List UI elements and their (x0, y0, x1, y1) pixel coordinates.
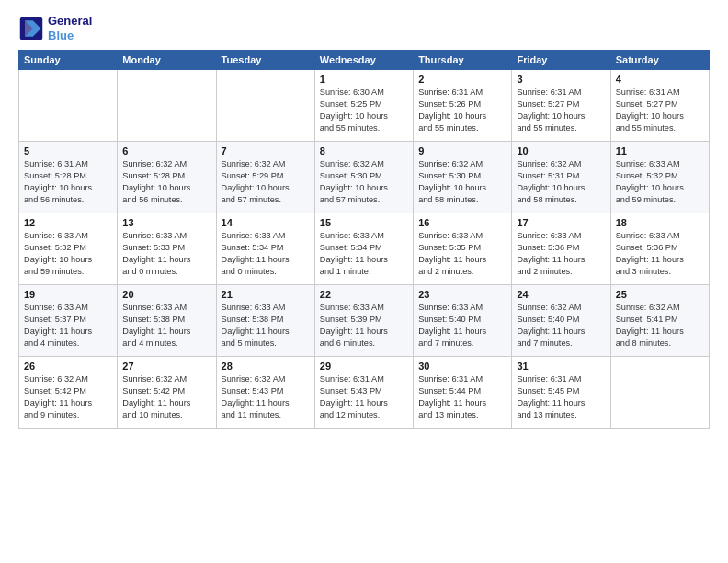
day-header-thursday: Thursday (414, 51, 512, 70)
calendar-cell: 21Sunrise: 6:33 AM Sunset: 5:38 PM Dayli… (216, 285, 314, 357)
day-number: 13 (122, 217, 210, 228)
day-number: 17 (517, 217, 605, 228)
day-header-monday: Monday (118, 51, 216, 70)
page: General Blue SundayMondayTuesdayWednesda… (0, 0, 728, 563)
day-number: 26 (24, 361, 112, 372)
day-number: 31 (517, 361, 605, 372)
calendar-cell: 27Sunrise: 6:32 AM Sunset: 5:42 PM Dayli… (118, 357, 216, 429)
day-info: Sunrise: 6:33 AM Sunset: 5:38 PM Dayligh… (122, 302, 210, 350)
day-info: Sunrise: 6:31 AM Sunset: 5:26 PM Dayligh… (418, 86, 506, 134)
week-row-3: 12Sunrise: 6:33 AM Sunset: 5:32 PM Dayli… (19, 213, 710, 285)
week-row-1: 1Sunrise: 6:30 AM Sunset: 5:25 PM Daylig… (19, 70, 710, 142)
calendar-cell: 22Sunrise: 6:33 AM Sunset: 5:39 PM Dayli… (314, 285, 413, 357)
day-info: Sunrise: 6:32 AM Sunset: 5:42 PM Dayligh… (122, 373, 210, 421)
day-info: Sunrise: 6:31 AM Sunset: 5:45 PM Dayligh… (517, 373, 605, 421)
day-info: Sunrise: 6:33 AM Sunset: 5:40 PM Dayligh… (418, 302, 506, 350)
calendar-cell: 5Sunrise: 6:31 AM Sunset: 5:28 PM Daylig… (19, 142, 118, 213)
week-row-4: 19Sunrise: 6:33 AM Sunset: 5:37 PM Dayli… (19, 285, 710, 357)
day-info: Sunrise: 6:32 AM Sunset: 5:42 PM Dayligh… (24, 373, 112, 421)
day-info: Sunrise: 6:33 AM Sunset: 5:36 PM Dayligh… (517, 230, 605, 278)
calendar-cell: 11Sunrise: 6:33 AM Sunset: 5:32 PM Dayli… (610, 142, 709, 213)
calendar-cell: 9Sunrise: 6:32 AM Sunset: 5:30 PM Daylig… (414, 142, 512, 213)
header: General Blue (18, 14, 710, 42)
day-info: Sunrise: 6:33 AM Sunset: 5:34 PM Dayligh… (320, 230, 408, 278)
day-info: Sunrise: 6:31 AM Sunset: 5:43 PM Dayligh… (320, 373, 408, 421)
day-info: Sunrise: 6:33 AM Sunset: 5:38 PM Dayligh… (222, 302, 310, 350)
day-info: Sunrise: 6:33 AM Sunset: 5:37 PM Dayligh… (24, 302, 112, 350)
day-info: Sunrise: 6:33 AM Sunset: 5:35 PM Dayligh… (418, 230, 506, 278)
logo-icon (18, 16, 44, 41)
calendar-cell: 30Sunrise: 6:31 AM Sunset: 5:44 PM Dayli… (414, 357, 512, 429)
calendar-cell: 3Sunrise: 6:31 AM Sunset: 5:27 PM Daylig… (512, 70, 610, 142)
day-info: Sunrise: 6:30 AM Sunset: 5:25 PM Dayligh… (320, 86, 408, 134)
day-info: Sunrise: 6:32 AM Sunset: 5:40 PM Dayligh… (517, 302, 605, 350)
day-number: 5 (24, 145, 112, 156)
day-number: 1 (320, 74, 408, 85)
calendar-cell (610, 357, 709, 429)
calendar-cell: 2Sunrise: 6:31 AM Sunset: 5:26 PM Daylig… (414, 70, 512, 142)
day-number: 14 (222, 217, 310, 228)
day-number: 28 (222, 361, 310, 372)
calendar-cell (216, 70, 314, 142)
day-number: 27 (122, 361, 210, 372)
day-info: Sunrise: 6:31 AM Sunset: 5:28 PM Dayligh… (24, 158, 112, 206)
calendar-cell: 6Sunrise: 6:32 AM Sunset: 5:28 PM Daylig… (118, 142, 216, 213)
calendar-cell: 15Sunrise: 6:33 AM Sunset: 5:34 PM Dayli… (314, 213, 413, 285)
day-info: Sunrise: 6:32 AM Sunset: 5:41 PM Dayligh… (616, 302, 704, 350)
calendar-cell: 14Sunrise: 6:33 AM Sunset: 5:34 PM Dayli… (216, 213, 314, 285)
calendar-cell: 16Sunrise: 6:33 AM Sunset: 5:35 PM Dayli… (414, 213, 512, 285)
day-number: 25 (616, 289, 704, 300)
day-info: Sunrise: 6:33 AM Sunset: 5:34 PM Dayligh… (222, 230, 310, 278)
day-info: Sunrise: 6:33 AM Sunset: 5:32 PM Dayligh… (24, 230, 112, 278)
calendar-cell: 13Sunrise: 6:33 AM Sunset: 5:33 PM Dayli… (118, 213, 216, 285)
day-number: 22 (320, 289, 408, 300)
week-row-5: 26Sunrise: 6:32 AM Sunset: 5:42 PM Dayli… (19, 357, 710, 429)
day-number: 30 (418, 361, 506, 372)
day-info: Sunrise: 6:33 AM Sunset: 5:33 PM Dayligh… (122, 230, 210, 278)
day-number: 8 (320, 145, 408, 156)
day-number: 24 (517, 289, 605, 300)
calendar-cell (19, 70, 118, 142)
day-info: Sunrise: 6:31 AM Sunset: 5:27 PM Dayligh… (616, 86, 704, 134)
day-number: 6 (122, 145, 210, 156)
calendar-cell: 1Sunrise: 6:30 AM Sunset: 5:25 PM Daylig… (314, 70, 413, 142)
day-number: 7 (222, 145, 310, 156)
day-header-friday: Friday (512, 51, 610, 70)
day-info: Sunrise: 6:32 AM Sunset: 5:30 PM Dayligh… (320, 158, 408, 206)
day-number: 29 (320, 361, 408, 372)
calendar-cell: 24Sunrise: 6:32 AM Sunset: 5:40 PM Dayli… (512, 285, 610, 357)
day-info: Sunrise: 6:31 AM Sunset: 5:27 PM Dayligh… (517, 86, 605, 134)
day-number: 23 (418, 289, 506, 300)
day-info: Sunrise: 6:32 AM Sunset: 5:28 PM Dayligh… (122, 158, 210, 206)
calendar-cell: 18Sunrise: 6:33 AM Sunset: 5:36 PM Dayli… (610, 213, 709, 285)
day-info: Sunrise: 6:33 AM Sunset: 5:39 PM Dayligh… (320, 302, 408, 350)
calendar-cell: 28Sunrise: 6:32 AM Sunset: 5:43 PM Dayli… (216, 357, 314, 429)
calendar-cell: 26Sunrise: 6:32 AM Sunset: 5:42 PM Dayli… (19, 357, 118, 429)
calendar-cell: 10Sunrise: 6:32 AM Sunset: 5:31 PM Dayli… (512, 142, 610, 213)
day-number: 11 (616, 145, 704, 156)
day-info: Sunrise: 6:32 AM Sunset: 5:29 PM Dayligh… (222, 158, 310, 206)
day-number: 3 (517, 74, 605, 85)
calendar-cell: 31Sunrise: 6:31 AM Sunset: 5:45 PM Dayli… (512, 357, 610, 429)
day-number: 2 (418, 74, 506, 85)
calendar-cell: 23Sunrise: 6:33 AM Sunset: 5:40 PM Dayli… (414, 285, 512, 357)
calendar-cell: 12Sunrise: 6:33 AM Sunset: 5:32 PM Dayli… (19, 213, 118, 285)
logo: General Blue (18, 14, 92, 42)
day-info: Sunrise: 6:32 AM Sunset: 5:43 PM Dayligh… (222, 373, 310, 421)
day-header-wednesday: Wednesday (314, 51, 413, 70)
day-number: 10 (517, 145, 605, 156)
week-row-2: 5Sunrise: 6:31 AM Sunset: 5:28 PM Daylig… (19, 142, 710, 213)
calendar-cell: 7Sunrise: 6:32 AM Sunset: 5:29 PM Daylig… (216, 142, 314, 213)
calendar-cell (118, 70, 216, 142)
day-header-saturday: Saturday (610, 51, 709, 70)
day-info: Sunrise: 6:33 AM Sunset: 5:36 PM Dayligh… (616, 230, 704, 278)
calendar-cell: 8Sunrise: 6:32 AM Sunset: 5:30 PM Daylig… (314, 142, 413, 213)
calendar-cell: 4Sunrise: 6:31 AM Sunset: 5:27 PM Daylig… (610, 70, 709, 142)
logo-text: General Blue (48, 14, 92, 42)
calendar: SundayMondayTuesdayWednesdayThursdayFrid… (18, 50, 710, 429)
day-header-sunday: Sunday (19, 51, 118, 70)
day-number: 12 (24, 217, 112, 228)
day-info: Sunrise: 6:33 AM Sunset: 5:32 PM Dayligh… (616, 158, 704, 206)
day-info: Sunrise: 6:32 AM Sunset: 5:31 PM Dayligh… (517, 158, 605, 206)
calendar-cell: 19Sunrise: 6:33 AM Sunset: 5:37 PM Dayli… (19, 285, 118, 357)
